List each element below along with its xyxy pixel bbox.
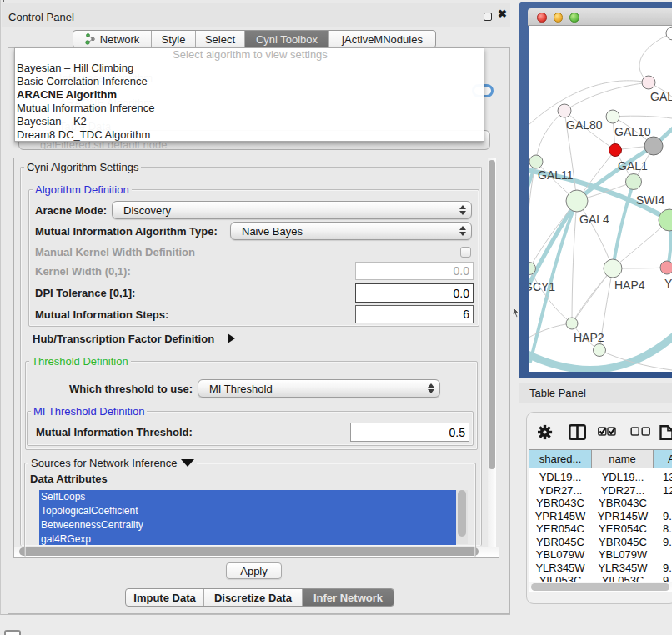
svg-text:HAP2: HAP2 <box>574 331 604 344</box>
svg-text:HAP4: HAP4 <box>614 278 645 292</box>
svg-text:GAL4: GAL4 <box>579 212 609 226</box>
svg-text:GAL7: GAL7 <box>650 90 672 103</box>
svg-text:GAL80: GAL80 <box>566 118 603 132</box>
svg-text:GCY1: GCY1 <box>529 280 555 293</box>
svg-text:Y: Y <box>664 277 672 290</box>
svg-text:GAL10: GAL10 <box>614 125 651 138</box>
svg-text:GAL11: GAL11 <box>538 168 574 182</box>
svg-text:SWI4: SWI4 <box>636 193 664 207</box>
svg-text:GAL1: GAL1 <box>618 159 648 172</box>
